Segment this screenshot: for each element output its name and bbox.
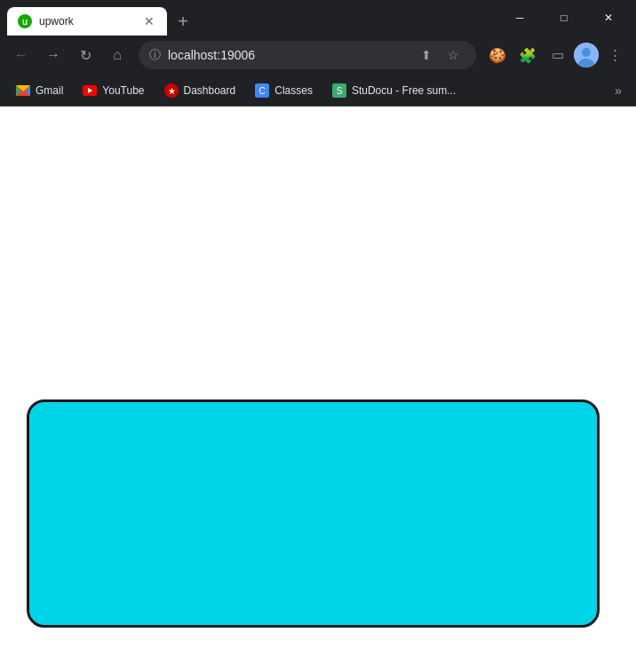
svg-text:★: ★ — [167, 86, 175, 96]
security-icon: ⓘ — [149, 47, 161, 63]
cookie-icon: 🍪 — [489, 47, 506, 64]
new-tab-button[interactable]: + — [171, 9, 195, 34]
classes-icon: C — [255, 83, 269, 98]
maximize-icon: □ — [560, 12, 567, 24]
overflow-icon: » — [615, 83, 622, 98]
gmail-icon — [16, 83, 30, 98]
address-text: localhost:19006 — [168, 48, 407, 62]
minimize-icon: ─ — [516, 12, 524, 24]
dashboard-icon: ★ — [164, 83, 179, 98]
forward-icon: → — [46, 47, 60, 63]
svg-point-1 — [582, 48, 591, 57]
cyan-rectangle — [27, 399, 600, 628]
classes-label: Classes — [274, 84, 313, 97]
tab-favicon: u — [18, 14, 32, 28]
star-icon: ☆ — [448, 48, 459, 62]
bookmark-gmail[interactable]: Gmail — [7, 80, 72, 101]
tab-title: upwork — [39, 15, 135, 28]
split-screen-button[interactable]: ▭ — [544, 41, 572, 69]
browser-window: u upwork ✕ + ─ □ ✕ ← → ↻ — [0, 0, 636, 672]
bookmark-dashboard[interactable]: ★ Dashboard — [155, 80, 245, 101]
youtube-label: YouTube — [102, 84, 144, 97]
share-button[interactable]: ⬆ — [414, 43, 439, 67]
forward-button[interactable]: → — [39, 41, 68, 69]
studocu-icon: S — [332, 83, 346, 98]
bookmark-studocu[interactable]: S StuDocu - Free sum... — [323, 80, 465, 101]
bookmark-button[interactable]: ☆ — [441, 43, 465, 67]
split-screen-icon: ▭ — [552, 47, 564, 63]
close-button[interactable]: ✕ — [588, 4, 629, 32]
address-actions: ⬆ ☆ — [414, 43, 465, 67]
dashboard-label: Dashboard — [184, 84, 236, 97]
toolbar: ← → ↻ ⌂ ⓘ localhost:19006 ⬆ ☆ 🍪 — [0, 36, 636, 75]
address-bar[interactable]: ⓘ localhost:19006 ⬆ ☆ — [139, 41, 476, 69]
cookie-extension-button[interactable]: 🍪 — [483, 41, 512, 69]
extensions-button[interactable]: 🧩 — [513, 41, 542, 69]
title-bar: u upwork ✕ + ─ □ ✕ — [0, 0, 636, 36]
bookmark-youtube[interactable]: YouTube — [74, 80, 153, 101]
studocu-label: StuDocu - Free sum... — [352, 84, 456, 97]
share-icon: ⬆ — [421, 48, 432, 62]
tab-close-button[interactable]: ✕ — [142, 14, 156, 28]
home-button[interactable]: ⌂ — [103, 41, 131, 69]
minimize-button[interactable]: ─ — [499, 4, 540, 32]
menu-icon: ⋮ — [608, 47, 622, 63]
page-content — [0, 107, 636, 672]
reload-button[interactable]: ↻ — [71, 41, 99, 69]
tab-area: u upwork ✕ + — [7, 0, 496, 36]
puzzle-icon: 🧩 — [519, 47, 537, 64]
back-button[interactable]: ← — [7, 41, 36, 69]
active-tab[interactable]: u upwork ✕ — [7, 7, 167, 36]
bookmark-classes[interactable]: C Classes — [246, 80, 322, 101]
gmail-label: Gmail — [36, 84, 63, 97]
bookmarks-overflow-button[interactable]: » — [608, 80, 629, 101]
profile-button[interactable] — [574, 43, 599, 67]
home-icon: ⌂ — [113, 47, 122, 63]
menu-button[interactable]: ⋮ — [600, 41, 629, 69]
close-icon: ✕ — [604, 12, 613, 24]
back-icon: ← — [14, 47, 28, 63]
maximize-button[interactable]: □ — [544, 4, 584, 32]
bookmarks-bar: Gmail YouTube ★ Dashboard — [0, 75, 636, 107]
toolbar-icons: 🍪 🧩 ▭ ⋮ — [483, 41, 629, 69]
svg-text:C: C — [259, 86, 266, 96]
profile-avatar — [574, 43, 599, 67]
svg-text:S: S — [337, 86, 343, 96]
window-controls: ─ □ ✕ — [499, 4, 629, 32]
reload-icon: ↻ — [80, 47, 91, 64]
youtube-icon — [83, 83, 97, 98]
